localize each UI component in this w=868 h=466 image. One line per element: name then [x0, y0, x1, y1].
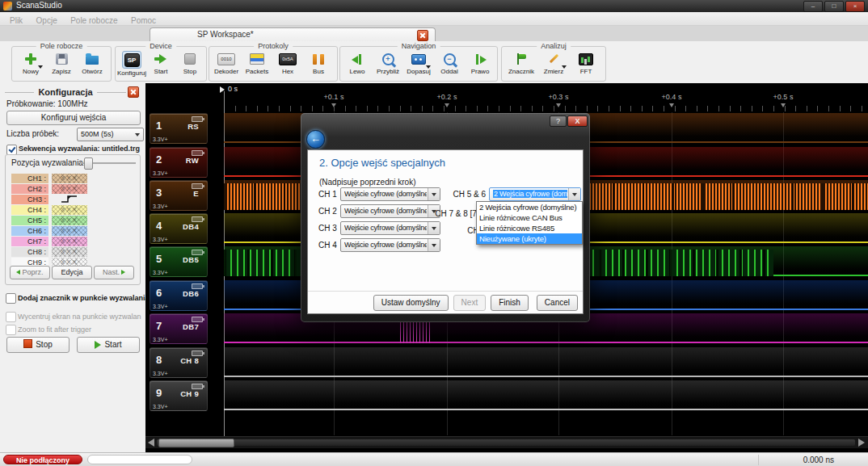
button-label: Packets: [242, 68, 272, 75]
start-button[interactable]: Start: [77, 337, 140, 353]
edit-button[interactable]: Edycja: [52, 266, 92, 279]
channel-name: DB6: [183, 289, 199, 298]
channel-name: RW: [186, 156, 199, 165]
zoom-fit-checkbox[interactable]: [6, 325, 16, 335]
tab-close-icon[interactable]: [417, 30, 428, 41]
channel-block-rw[interactable]: 2 RW 3.3V+: [150, 147, 208, 178]
battery-icon: [192, 250, 203, 255]
scroll-left-icon[interactable]: [148, 439, 154, 447]
signal-line: [224, 342, 868, 343]
cancel-button[interactable]: Cancel: [537, 295, 578, 311]
ch4-select[interactable]: Wejście cyfrowe (domyślne): [340, 238, 440, 252]
start-capture-button[interactable]: Start: [146, 51, 175, 75]
channel-label: CH6 :: [11, 226, 48, 236]
time-mark: +0.4 s: [662, 93, 682, 101]
close-button[interactable]: ×: [845, 1, 865, 12]
stop-capture-button[interactable]: Stop: [175, 51, 204, 75]
chevron-down-icon: [428, 239, 440, 251]
save-button[interactable]: Zapisz: [46, 51, 77, 75]
divider: [5, 92, 34, 93]
slider-thumb[interactable]: [84, 157, 93, 170]
button-label: Stop: [175, 68, 204, 75]
green-arrow-icon: [154, 54, 167, 64]
configure-inputs-button[interactable]: Konfiguruj wejścia: [6, 111, 141, 125]
ch56-select[interactable]: 2 Wejścia cyfrowe (domyślne): [489, 187, 581, 201]
waveform-row-ch9[interactable]: [224, 380, 868, 411]
channel-block-e[interactable]: 3 E 3.3V+: [150, 180, 208, 211]
marker-button[interactable]: Znacznik: [505, 51, 537, 75]
dialog-help-button[interactable]: ?: [550, 115, 567, 127]
select-value: 2 Wejścia cyfrowe (domyślne): [493, 190, 567, 198]
pan-left-button[interactable]: Lewo: [342, 51, 373, 75]
new-button[interactable]: Nowy: [15, 51, 46, 75]
back-arrow-button[interactable]: [306, 130, 325, 149]
channel-block-db5[interactable]: 5 DB5 3.3V+: [150, 246, 208, 277]
add-marker-label: Dodaj znacznik w punkcie wyzwalania: [18, 294, 150, 302]
packets-icon: [250, 53, 264, 65]
app-icon: [3, 2, 12, 10]
arrow-right-icon: [121, 270, 125, 275]
button-label: Poprz.: [22, 268, 43, 276]
channel-block-ch8[interactable]: 8 CH 8 3.3V+: [150, 347, 208, 378]
channel-label: CH5 :: [11, 216, 48, 225]
dropdown-option[interactable]: Linie różnicowe CAN Bus: [477, 212, 582, 223]
pan-right-button[interactable]: Prawo: [465, 51, 495, 75]
channel-number: 5: [156, 253, 162, 265]
channel-block-ch9[interactable]: 9 CH 9 3.3V+: [150, 380, 208, 411]
measure-button[interactable]: Zmierz: [537, 51, 570, 75]
tab-sp-workspace[interactable]: SP Workspace*: [150, 27, 436, 42]
channel-block-db4[interactable]: 4 DB4 3.3V+: [150, 213, 208, 244]
fit-screen-button[interactable]: Dopasuj: [403, 51, 434, 75]
dialog-close-button[interactable]: X: [567, 115, 588, 127]
open-button[interactable]: Otwórz: [77, 51, 107, 75]
scrollbar-thumb[interactable]: [158, 439, 234, 447]
sp-device-icon: SP: [124, 53, 140, 67]
minimize-button[interactable]: –: [803, 1, 823, 12]
packets-button[interactable]: Packets: [242, 51, 272, 75]
button-label: Start: [104, 340, 121, 349]
fft-button[interactable]: FFT: [570, 51, 602, 75]
center-screen-label: Wycentruj ekran na punkcie wyzwalan: [18, 313, 141, 321]
dialog-title: 2. Opcje wejść specjalnych: [319, 157, 445, 169]
center-screen-checkbox[interactable]: [6, 312, 16, 322]
ch3-select[interactable]: Wejście cyfrowe (domyślne): [340, 221, 440, 235]
panel-title: Konfiguracja: [38, 87, 92, 97]
stop-button[interactable]: Stop: [6, 337, 70, 353]
ch1-select[interactable]: Wejście cyfrowe (domyślne): [340, 187, 440, 201]
channel-block-rs[interactable]: 1 RS 3.3V+: [150, 113, 208, 144]
waveform-row-ch8[interactable]: [224, 347, 868, 378]
horizontal-scrollbar[interactable]: [145, 436, 868, 448]
time-mark: +0.2 s: [437, 93, 457, 101]
add-marker-checkbox[interactable]: [6, 293, 16, 304]
folder-icon: [86, 56, 99, 65]
channel-name: DB5: [183, 255, 199, 264]
channel-block-db7[interactable]: 7 DB7 3.3V+: [150, 313, 208, 344]
maximize-button[interactable]: □: [824, 1, 844, 12]
samples-count-value: 500M (5s): [81, 130, 114, 138]
dropdown-option-selected[interactable]: Nieużywane (ukryte): [477, 233, 582, 244]
next-step-button[interactable]: Nast.: [94, 266, 134, 279]
prev-step-button[interactable]: Poprz.: [10, 266, 50, 279]
sampling-rate-label: Próbkowanie: 100MHz: [6, 99, 88, 108]
finish-button[interactable]: Finish: [491, 295, 529, 311]
bus-button[interactable]: Bus: [303, 51, 334, 75]
button-label: Hex: [272, 68, 303, 75]
configuration-panel: Konfiguracja Próbkowanie: 100MHz Konfigu…: [0, 83, 146, 452]
scrollbar-track[interactable]: [157, 439, 855, 446]
samples-count-select[interactable]: 500M (5s): [77, 128, 144, 141]
configure-device-button[interactable]: SP Konfiguruj: [117, 51, 146, 77]
channel-block-db6[interactable]: 6 DB6 3.3V+: [150, 280, 208, 311]
dropdown-option[interactable]: 2 Wejścia cyfrowe (domyślne): [477, 202, 582, 212]
zoom-out-button[interactable]: − Oddal: [434, 51, 465, 75]
group-label: Analizuj: [537, 42, 571, 50]
hex-button[interactable]: 0x5A Hex: [272, 51, 303, 75]
set-default-button[interactable]: Ustaw domyślny: [373, 295, 449, 311]
scroll-right-icon[interactable]: [858, 439, 865, 447]
progress-box: [87, 455, 192, 464]
panel-header: Konfiguracja: [5, 86, 126, 98]
dropdown-option[interactable]: Linie różnicowe RS485: [477, 223, 582, 233]
chevron-down-icon: [135, 133, 140, 136]
zoom-in-button[interactable]: + Przybliż: [373, 51, 403, 75]
decoder-button[interactable]: 0010 Dekoder: [211, 51, 242, 75]
panel-close-icon[interactable]: [128, 86, 139, 98]
